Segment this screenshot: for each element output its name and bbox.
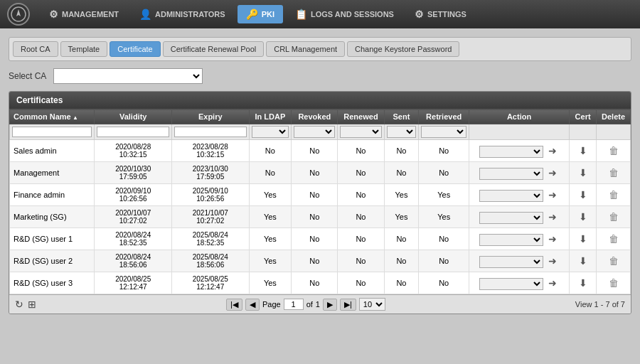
action-go-button-4[interactable]: ➜: [546, 232, 559, 245]
certificates-table: Common Name Validity Expiry In LDAP Revo…: [9, 109, 631, 294]
action-select-2[interactable]: RenewRevoke: [479, 190, 543, 202]
action-go-button-3[interactable]: ➜: [546, 210, 559, 223]
cell-renewed: No: [338, 272, 384, 294]
cell-retrieved: No: [419, 228, 469, 250]
tab-root-ca[interactable]: Root CA: [13, 41, 58, 57]
cell-renewed: No: [338, 140, 384, 162]
cell-cert: ⬇: [570, 272, 597, 294]
action-select-3[interactable]: RenewRevoke: [479, 212, 543, 224]
filter-retrieved[interactable]: YesNo: [421, 126, 466, 138]
cell-sent: Yes: [384, 184, 419, 206]
filter-expiry[interactable]: [174, 127, 247, 137]
delete-button-0[interactable]: 🗑: [607, 144, 621, 157]
nav-logs[interactable]: 📋 LOGS AND SESSIONS: [287, 5, 402, 23]
col-sent: Sent: [384, 109, 419, 124]
action-select-4[interactable]: RenewRevoke: [479, 234, 543, 246]
action-select-0[interactable]: RenewRevoke: [479, 146, 543, 158]
delete-button-1[interactable]: 🗑: [607, 166, 621, 179]
cell-validity: 2020/08/25 12:12:47: [95, 272, 172, 294]
download-cert-button-2[interactable]: ⬇: [577, 188, 590, 201]
delete-button-5[interactable]: 🗑: [607, 255, 621, 267]
download-cert-button-4[interactable]: ⬇: [577, 232, 590, 245]
col-expiry: Expiry: [171, 109, 249, 124]
tab-change-keystore[interactable]: Change Keystore Password: [347, 41, 459, 57]
tab-template[interactable]: Template: [60, 41, 108, 57]
cell-validity: 2020/08/24 18:52:35: [95, 228, 172, 250]
action-select-6[interactable]: RenewRevoke: [479, 278, 543, 290]
cell-retrieved: Yes: [419, 184, 469, 206]
select-ca-dropdown[interactable]: [53, 68, 203, 84]
cell-action: RenewRevoke ➜: [469, 184, 569, 206]
administrators-icon: 👤: [139, 9, 151, 20]
cell-delete: 🗑: [597, 140, 631, 162]
download-cert-button-1[interactable]: ⬇: [577, 166, 590, 179]
filter-common-name[interactable]: [12, 127, 92, 137]
page-input[interactable]: [284, 299, 304, 310]
cell-renewed: No: [338, 206, 384, 228]
cell-validity: 2020/08/24 18:56:06: [95, 250, 172, 272]
filter-renewed[interactable]: YesNo: [340, 126, 381, 138]
cell-revoked: No: [292, 184, 338, 206]
nav-settings[interactable]: ⚙ SETTINGS: [406, 5, 475, 23]
download-cert-button-3[interactable]: ⬇: [577, 210, 590, 223]
delete-button-6[interactable]: 🗑: [607, 277, 621, 289]
col-delete: Delete: [597, 109, 631, 124]
cell-cert: ⬇: [570, 184, 597, 206]
nav-administrators[interactable]: 👤 ADMINISTRATORS: [131, 5, 234, 23]
cell-action: RenewRevoke ➜: [469, 162, 569, 184]
cell-sent: No: [384, 162, 419, 184]
cell-cert: ⬇: [570, 162, 597, 184]
action-go-button-5[interactable]: ➜: [546, 255, 559, 267]
cell-validity: 2020/10/30 17:59:05: [95, 162, 172, 184]
tab-renewal-pool[interactable]: Certificate Renewal Pool: [163, 41, 264, 57]
cell-in-ldap: No: [249, 140, 292, 162]
next-page-button[interactable]: ▶: [323, 299, 337, 311]
cell-sent: No: [384, 228, 419, 250]
action-select-5[interactable]: RenewRevoke: [479, 256, 543, 268]
col-cert: Cert: [570, 109, 597, 124]
filter-validity[interactable]: [97, 127, 169, 137]
action-go-button-6[interactable]: ➜: [546, 277, 559, 289]
table-row: Marketing (SG) 2020/10/07 10:27:02 2021/…: [10, 206, 631, 228]
cell-action: RenewRevoke ➜: [469, 140, 569, 162]
cell-action: RenewRevoke ➜: [469, 250, 569, 272]
download-cert-button-6[interactable]: ⬇: [577, 277, 590, 289]
cell-cert: ⬇: [570, 250, 597, 272]
nav-pki[interactable]: 🔑 PKI: [238, 5, 283, 23]
action-go-button-0[interactable]: ➜: [546, 144, 559, 157]
delete-button-3[interactable]: 🗑: [607, 210, 621, 223]
cell-in-ldap: Yes: [249, 250, 292, 272]
col-retrieved: Retrieved: [419, 109, 469, 124]
cell-revoked: No: [292, 272, 338, 294]
nav-management[interactable]: ⚙ MANAGEMENT: [41, 5, 127, 23]
prev-page-button[interactable]: ◀: [245, 299, 260, 311]
action-go-button-1[interactable]: ➜: [546, 166, 559, 179]
tab-certificate[interactable]: Certificate: [110, 41, 161, 57]
cell-retrieved: Yes: [419, 206, 469, 228]
download-cert-button-0[interactable]: ⬇: [577, 144, 590, 157]
grid-icon[interactable]: ⊞: [28, 299, 36, 310]
tab-crl-mgmt[interactable]: CRL Management: [266, 41, 345, 57]
cell-revoked: No: [292, 162, 338, 184]
cell-sent: No: [384, 140, 419, 162]
page-size-select[interactable]: 10 25 50: [359, 298, 385, 311]
delete-button-2[interactable]: 🗑: [607, 188, 621, 201]
cell-expiry: 2025/08/25 12:12:47: [171, 272, 249, 294]
col-common-name[interactable]: Common Name: [10, 109, 95, 124]
certificates-panel: Certificates Common Name Validity Expiry…: [9, 91, 631, 314]
delete-button-4[interactable]: 🗑: [607, 232, 621, 245]
action-go-button-2[interactable]: ➜: [546, 188, 559, 201]
first-page-button[interactable]: |◀: [226, 299, 242, 311]
col-action: Action: [469, 109, 569, 124]
cell-revoked: No: [292, 228, 338, 250]
filter-sent[interactable]: YesNo: [387, 126, 417, 138]
table-row: R&D (SG) user 2 2020/08/24 18:56:06 2025…: [10, 250, 631, 272]
cell-renewed: No: [338, 162, 384, 184]
refresh-icon[interactable]: ↻: [15, 299, 23, 310]
action-select-1[interactable]: RenewRevoke: [479, 168, 543, 180]
filter-revoked[interactable]: YesNo: [294, 126, 335, 138]
cell-validity: 2020/08/28 10:32:15: [95, 140, 172, 162]
last-page-button[interactable]: ▶|: [340, 299, 356, 311]
download-cert-button-5[interactable]: ⬇: [577, 255, 590, 267]
filter-in-ldap[interactable]: YesNo: [252, 126, 289, 138]
